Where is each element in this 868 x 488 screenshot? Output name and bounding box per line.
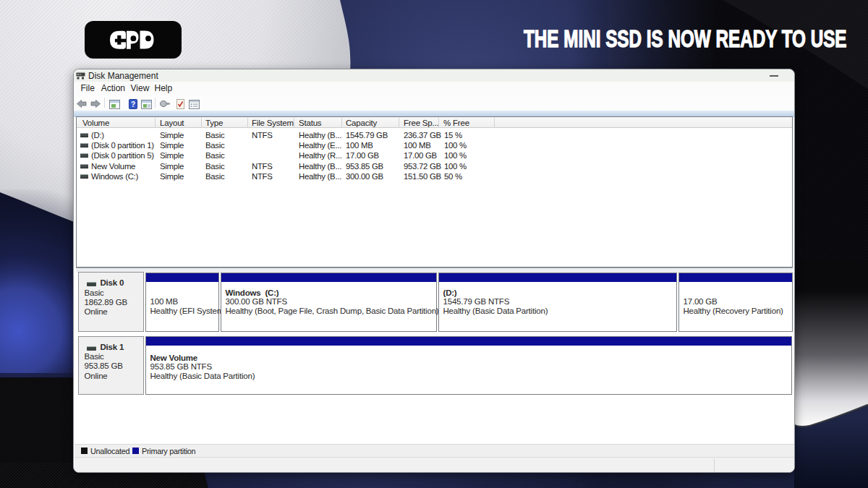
svg-text:?: ?	[130, 100, 135, 108]
